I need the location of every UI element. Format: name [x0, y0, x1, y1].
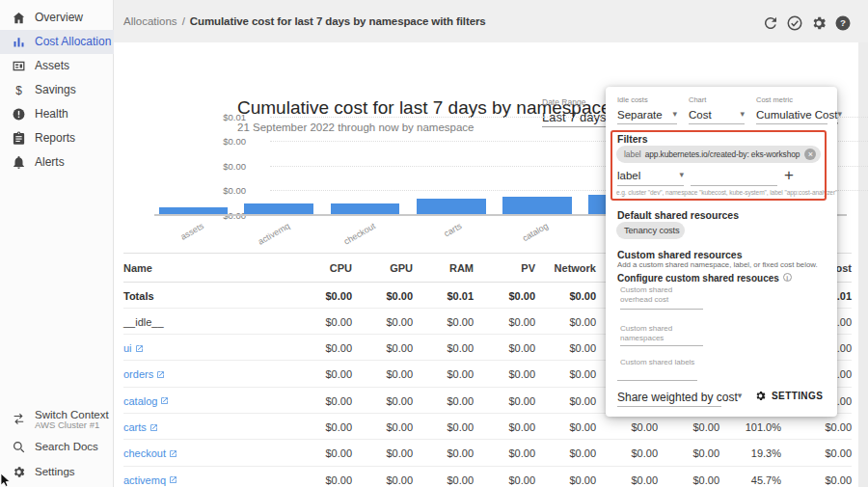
chart-bar-activemq[interactable]: [244, 203, 313, 214]
sidebar-item-search-docs[interactable]: Search Docs: [0, 435, 114, 459]
cost-metric-label: Cost metric: [756, 95, 827, 104]
sidebar-item-alerts[interactable]: Alerts: [0, 150, 114, 175]
custom-shared-description: Add a custom shared namespace, label, or…: [617, 260, 818, 269]
table-row-name-ui[interactable]: ui: [123, 342, 297, 354]
search-icon: [12, 440, 26, 454]
table-divider: [123, 466, 852, 467]
table-header-pv[interactable]: PV: [468, 262, 535, 274]
sidebar-item-switch-context[interactable]: Switch ContextAWS Cluster #1: [0, 404, 114, 433]
table-cell: $0.00: [285, 290, 352, 302]
chart-type-label: Chart: [689, 95, 745, 104]
table-header-gpu[interactable]: GPU: [345, 262, 413, 274]
table-cell: $0.00: [784, 421, 852, 433]
chart-xtick-label: assets: [179, 221, 206, 242]
page-gutter: [858, 42, 868, 487]
refresh-button[interactable]: [762, 14, 779, 32]
sidebar-item-health[interactable]: Health: [0, 102, 114, 126]
home-icon: [12, 11, 26, 25]
table-cell: $0.00: [345, 368, 413, 380]
breadcrumb: Allocations/Cumulative cost for last 7 d…: [123, 15, 486, 27]
table-cell: $0.00: [345, 316, 413, 328]
idle-costs-underline: [617, 123, 677, 124]
panel-settings-button[interactable]: SETTINGS: [754, 390, 823, 402]
table-row-name-activemq[interactable]: activemq: [123, 474, 297, 486]
filter-value-input[interactable]: [691, 173, 777, 184]
check-circle-button[interactable]: [786, 14, 803, 32]
table-cell: 19.3%: [714, 447, 781, 459]
chevron-down-icon: ▾: [672, 109, 677, 121]
chevron-down-icon: ▾: [679, 170, 684, 181]
table-cell: $0.00: [468, 316, 535, 328]
table-divider: [123, 439, 852, 440]
sidebar-item-label: Alerts: [35, 150, 65, 175]
filter-value-underline: [691, 185, 777, 186]
table-header-network[interactable]: Network: [529, 262, 596, 274]
table-cell: $0.00: [784, 447, 852, 459]
table-header-ram[interactable]: RAM: [406, 262, 474, 274]
table-header-name[interactable]: Name: [123, 262, 278, 274]
tenancy-costs-chip[interactable]: Tenancy costs: [616, 222, 685, 239]
chart-bar-checkout[interactable]: [331, 203, 400, 214]
breadcrumb-allocations-link[interactable]: Allocations: [123, 15, 177, 27]
filter-chip-remove-icon[interactable]: ×: [804, 149, 816, 160]
chart-xtick-label: catalog: [521, 221, 550, 243]
sidebar-item-assets[interactable]: Assets: [0, 54, 114, 78]
table-cell: $0.00: [784, 474, 852, 486]
sidebar-item-label: Search Docs: [35, 435, 98, 459]
gear-button[interactable]: [810, 14, 827, 32]
table-cell: $0.00: [529, 395, 596, 407]
custom-labels-input[interactable]: [617, 380, 697, 381]
bar-chart-icon: [12, 35, 26, 49]
sidebar-item-label: Health: [35, 102, 68, 126]
chart-bar-catalog[interactable]: [502, 197, 572, 214]
table-cell: $0.01: [406, 290, 474, 302]
table-row-name-checkout[interactable]: checkout: [123, 447, 297, 459]
chart-type-select[interactable]: Cost▾: [689, 109, 745, 121]
sidebar-item-savings[interactable]: $Savings: [0, 78, 114, 102]
bell-icon: [12, 155, 26, 170]
configure-custom-shared-heading: Configure custom shared resoucesi: [617, 273, 792, 284]
table-row-name-orders[interactable]: orders: [123, 368, 297, 380]
custom-namespaces-input[interactable]: [620, 345, 703, 346]
share-weighted-underline: [617, 406, 721, 407]
sidebar-item-reports[interactable]: Reports: [0, 126, 114, 150]
table-row-name-catalog[interactable]: catalog: [123, 395, 297, 407]
share-weighted-select[interactable]: Share weighted by cost▾: [617, 391, 721, 404]
chevron-down-icon: ▾: [837, 109, 842, 121]
sidebar-item-cost-allocation[interactable]: Cost Allocation: [0, 30, 114, 54]
table-header-cpu[interactable]: CPU: [285, 262, 352, 274]
table-cell: $0.00: [406, 342, 474, 354]
filter-chip: label app.kubernetes.io/created-by: eks-…: [616, 146, 821, 163]
custom-overhead-cost-label: Custom shared overhead cost: [620, 285, 676, 306]
help-icon: ?: [834, 14, 852, 32]
sidebar-item-overview[interactable]: Overview: [0, 6, 114, 30]
chart-bar-assets[interactable]: [159, 207, 229, 214]
external-link-icon: [169, 475, 177, 484]
table-row-name-carts[interactable]: carts: [123, 421, 297, 433]
custom-overhead-cost-input[interactable]: [620, 309, 703, 310]
info-icon: i: [783, 273, 792, 282]
chart-xtick-label: activemq: [257, 221, 291, 247]
table-cell: $0.00: [468, 342, 535, 354]
svg-text:$: $: [15, 84, 22, 97]
idle-costs-select[interactable]: Separate▾: [617, 109, 677, 121]
external-link-icon: [135, 344, 144, 353]
chart-bar-carts[interactable]: [417, 199, 486, 214]
add-filter-button[interactable]: +: [784, 166, 794, 185]
filter-type-select[interactable]: label▾: [617, 170, 684, 181]
gear-icon: [12, 465, 26, 479]
external-link-icon: [160, 396, 169, 405]
filter-helper-text: e.g. cluster "dev", namespace "kubecost,…: [616, 189, 830, 196]
cost-metric-select[interactable]: Cumulative Cost▾: [756, 109, 827, 121]
help-button[interactable]: ?: [834, 14, 852, 32]
sidebar-item-label: Cost Allocation: [35, 30, 111, 54]
table-cell: $0.00: [529, 368, 596, 380]
sidebar-item-settings[interactable]: Settings: [0, 460, 114, 484]
idle-costs-label: Idle costs: [617, 95, 677, 104]
external-link-icon: [169, 449, 177, 458]
gear-icon: [754, 390, 767, 402]
top-bar: Allocations/Cumulative cost for last 7 d…: [114, 0, 868, 42]
chevron-down-icon: ▾: [740, 109, 745, 121]
dollar-icon: $: [12, 83, 26, 97]
chart-type-underline: [689, 123, 745, 124]
